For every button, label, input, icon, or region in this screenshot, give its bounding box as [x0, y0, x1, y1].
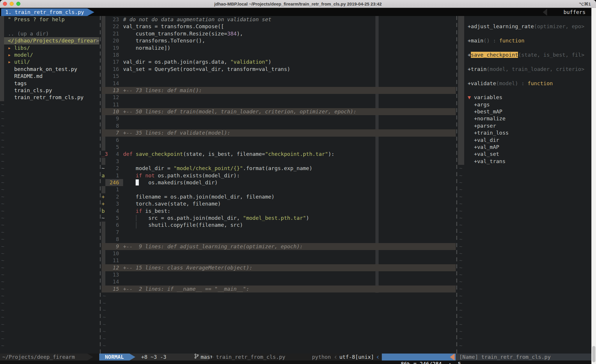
code-line[interactable]: 1: [102, 186, 456, 193]
code-line[interactable]: b4 if is_best:: [102, 208, 456, 215]
tag-item[interactable]: +adjust_learning_rate(optimizer, epo>: [458, 23, 591, 30]
tag-item[interactable]: +train(model, train_loader, criterio>: [458, 66, 591, 73]
folded-code-line[interactable]: 12+-- 15 lines: class AverageMeter(objec…: [102, 264, 456, 271]
fold-column: [458, 66, 464, 73]
scrollbar-thumb[interactable]: [592, 346, 595, 362]
empty-line: ~: [102, 300, 456, 307]
tag-item[interactable]: [458, 30, 591, 37]
folded-code-line[interactable]: 13+-- 73 lines: def main():: [102, 87, 456, 94]
tag-item[interactable]: +save_checkpoint(state, is_best, fil>: [458, 51, 591, 58]
tree-item[interactable]: README.md: [0, 73, 99, 80]
tag-item[interactable]: [458, 44, 591, 51]
window-separator[interactable]: [456, 16, 457, 354]
code-line[interactable]: 3: [102, 158, 456, 165]
tag-item[interactable]: +args: [458, 101, 591, 108]
code-line[interactable]: 6 shutil.copyfile(filename, src): [102, 222, 456, 229]
code-line[interactable]: a1 if not os.path.exists(model_dir):: [102, 172, 456, 179]
code-line[interactable]: 16val_set = QuerySet(root=val_dir, trans…: [102, 66, 456, 73]
tab-active[interactable]: 1. train_retr_from_cls.py: [1, 8, 94, 16]
tree-item[interactable]: ▸ libs/: [0, 44, 99, 51]
tag-item[interactable]: [458, 73, 591, 80]
tree-item[interactable]: [0, 23, 99, 30]
code-line[interactable]: ~5 src = os.path.join(model_dir, "model_…: [102, 215, 456, 222]
code-line[interactable]: 23# do not do data augmentation on valid…: [102, 16, 456, 23]
code-line[interactable]: 11: [102, 101, 456, 108]
empty-line: ~: [458, 335, 591, 342]
empty-line: ~: [458, 200, 591, 207]
fold-column: [458, 151, 464, 158]
tree-item[interactable]: tags: [0, 80, 99, 87]
tag-item[interactable]: [458, 87, 591, 94]
code-line[interactable]: 17val_dir = os.path.join(args.data, "val…: [102, 58, 456, 65]
code-line[interactable]: 5: [102, 144, 456, 151]
tag-item[interactable]: +train_loss: [458, 129, 591, 136]
code-line[interactable]: 8: [102, 122, 456, 129]
tag-item[interactable]: [458, 58, 591, 65]
command-line[interactable]: [0, 361, 596, 364]
code-line[interactable]: 20 transforms.ToTensor(),: [102, 37, 456, 44]
tag-item[interactable]: +best_mAP: [458, 108, 591, 115]
line-number: 6: [105, 222, 123, 229]
scrollbar[interactable]: [591, 8, 596, 364]
tag-item[interactable]: +val_mAP: [458, 144, 591, 151]
tree-item[interactable]: train_retr_from_cls.py: [0, 94, 99, 101]
tag-item[interactable]: +main() : function: [458, 37, 591, 44]
empty-line: ~: [0, 335, 99, 342]
folded-code-line[interactable]: 7+-- 35 lines: def validate(model):: [102, 129, 456, 136]
tag-item[interactable]: +val_dir: [458, 137, 591, 144]
empty-line: ~: [458, 250, 591, 257]
tree-item[interactable]: ▸ model/: [0, 51, 99, 58]
empty-line: ~: [458, 300, 591, 307]
tree-item[interactable]: benchmark_on_test.py: [0, 66, 99, 73]
tag-item[interactable]: +parser: [458, 122, 591, 129]
code-line[interactable]: +2 filename = os.path.join(model_dir, fi…: [102, 193, 456, 200]
tree-root-item[interactable]: </jdhao/Projects/deep_firear>: [0, 37, 99, 44]
code-line[interactable]: 13: [102, 271, 456, 278]
titlebar[interactable]: jdhao-MBP.local ~/Projects/deep_firearm/…: [0, 0, 596, 8]
tag-item[interactable]: +val_set: [458, 151, 591, 158]
tag-item[interactable]: [458, 16, 591, 23]
folded-code-line[interactable]: 15+-- 2 lines: if __name__ == "__main__"…: [102, 286, 456, 292]
triangle-down-icon[interactable]: ▼: [468, 94, 474, 100]
tag-item[interactable]: +normalize: [458, 115, 591, 122]
buffers-label[interactable]: buffers: [563, 8, 586, 16]
empty-line: ~: [0, 122, 99, 129]
code-line[interactable]: 22val_trans = transforms.Compose([: [102, 23, 456, 30]
tree-item[interactable]: train_cls.py: [0, 87, 99, 94]
sign-column-sign: +: [102, 193, 105, 200]
tag-item[interactable]: +validate(model) : function: [458, 80, 591, 87]
terminal-window: jdhao-MBP.local ~/Projects/deep_firearm/…: [0, 0, 596, 364]
window-separator[interactable]: [100, 16, 101, 354]
code-line[interactable]: 15: [102, 73, 456, 80]
line-number: 23: [105, 16, 123, 23]
code-line[interactable]: 10: [102, 250, 456, 257]
sign-column: [102, 30, 105, 37]
line-number: 13: [105, 87, 123, 94]
empty-line: ~: [458, 179, 591, 186]
tag-item[interactable]: +val_trans: [458, 158, 591, 165]
folded-code-line[interactable]: 9+-- 9 lines: def adjust_learning_rate(o…: [102, 243, 456, 250]
code-line[interactable]: 12: [102, 94, 456, 101]
folded-code-line[interactable]: 10+-- 50 lines: def train(model, train_l…: [102, 108, 456, 115]
tree-item[interactable]: " Press ? for help: [0, 16, 99, 23]
code-line[interactable]: 14: [102, 278, 456, 285]
code-line[interactable]: 8: [102, 236, 456, 243]
code-line[interactable]: 6: [102, 137, 456, 144]
code-line[interactable]: 18: [102, 51, 456, 58]
code-line[interactable]: 7: [102, 229, 456, 236]
tree-item[interactable]: .. (up a dir): [0, 30, 99, 37]
code-line[interactable]: +3 torch.save(state, filename): [102, 200, 456, 207]
tree-item[interactable]: ▸ util/: [0, 58, 99, 65]
empty-line: ~: [458, 229, 591, 236]
code-line[interactable]: 9: [102, 115, 456, 122]
code-line[interactable]: 19 normalize]): [102, 44, 456, 51]
code-line[interactable]: 246 os.makedirs(model_dir): [102, 179, 456, 186]
code-line[interactable]: 11: [102, 257, 456, 264]
tag-item[interactable]: ▼ variables: [458, 94, 591, 101]
code-line[interactable]: ~2 model_dir = "model/check_point/{}".fo…: [102, 165, 456, 172]
code-line[interactable]: 21 custom_transform.Resize(size=384),: [102, 30, 456, 37]
code-line[interactable]: _34def save_checkpoint(state, is_best, f…: [102, 151, 456, 158]
empty-line: ~: [102, 292, 456, 299]
line-number: 18: [105, 51, 123, 58]
code-line[interactable]: 14: [102, 80, 456, 87]
